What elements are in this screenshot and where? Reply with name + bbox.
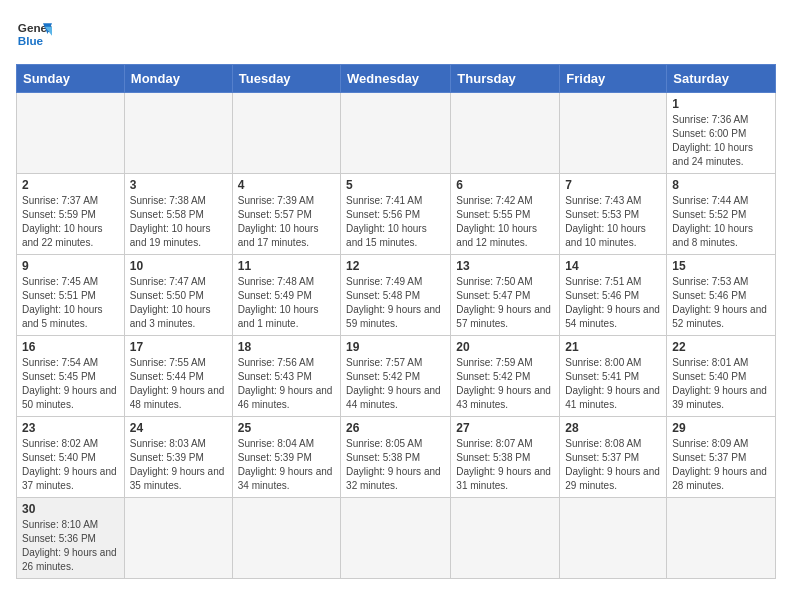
day-number: 30 <box>22 502 119 516</box>
day-info: Sunrise: 8:05 AM Sunset: 5:38 PM Dayligh… <box>346 437 445 493</box>
day-number: 4 <box>238 178 335 192</box>
calendar-cell: 27Sunrise: 8:07 AM Sunset: 5:38 PM Dayli… <box>451 417 560 498</box>
day-header-sunday: Sunday <box>17 65 125 93</box>
day-info: Sunrise: 7:57 AM Sunset: 5:42 PM Dayligh… <box>346 356 445 412</box>
day-number: 6 <box>456 178 554 192</box>
day-number: 26 <box>346 421 445 435</box>
calendar-cell <box>451 93 560 174</box>
day-number: 28 <box>565 421 661 435</box>
day-number: 9 <box>22 259 119 273</box>
calendar-cell <box>451 498 560 579</box>
day-number: 8 <box>672 178 770 192</box>
day-number: 17 <box>130 340 227 354</box>
day-number: 25 <box>238 421 335 435</box>
calendar-cell: 26Sunrise: 8:05 AM Sunset: 5:38 PM Dayli… <box>341 417 451 498</box>
week-row-1: 2Sunrise: 7:37 AM Sunset: 5:59 PM Daylig… <box>17 174 776 255</box>
day-info: Sunrise: 7:43 AM Sunset: 5:53 PM Dayligh… <box>565 194 661 250</box>
day-info: Sunrise: 7:39 AM Sunset: 5:57 PM Dayligh… <box>238 194 335 250</box>
day-number: 24 <box>130 421 227 435</box>
day-info: Sunrise: 7:41 AM Sunset: 5:56 PM Dayligh… <box>346 194 445 250</box>
day-info: Sunrise: 7:36 AM Sunset: 6:00 PM Dayligh… <box>672 113 770 169</box>
day-number: 5 <box>346 178 445 192</box>
calendar-cell <box>232 498 340 579</box>
day-number: 22 <box>672 340 770 354</box>
day-info: Sunrise: 8:01 AM Sunset: 5:40 PM Dayligh… <box>672 356 770 412</box>
day-info: Sunrise: 8:09 AM Sunset: 5:37 PM Dayligh… <box>672 437 770 493</box>
calendar-cell <box>560 498 667 579</box>
day-info: Sunrise: 7:48 AM Sunset: 5:49 PM Dayligh… <box>238 275 335 331</box>
calendar-cell <box>17 93 125 174</box>
calendar-cell: 22Sunrise: 8:01 AM Sunset: 5:40 PM Dayli… <box>667 336 776 417</box>
calendar-cell <box>124 93 232 174</box>
day-info: Sunrise: 8:04 AM Sunset: 5:39 PM Dayligh… <box>238 437 335 493</box>
logo: General Blue <box>16 16 52 52</box>
day-number: 10 <box>130 259 227 273</box>
calendar-cell: 19Sunrise: 7:57 AM Sunset: 5:42 PM Dayli… <box>341 336 451 417</box>
calendar-cell: 3Sunrise: 7:38 AM Sunset: 5:58 PM Daylig… <box>124 174 232 255</box>
calendar-cell: 5Sunrise: 7:41 AM Sunset: 5:56 PM Daylig… <box>341 174 451 255</box>
day-number: 3 <box>130 178 227 192</box>
week-row-0: 1Sunrise: 7:36 AM Sunset: 6:00 PM Daylig… <box>17 93 776 174</box>
day-number: 1 <box>672 97 770 111</box>
day-number: 13 <box>456 259 554 273</box>
day-header-thursday: Thursday <box>451 65 560 93</box>
calendar-header-row: SundayMondayTuesdayWednesdayThursdayFrid… <box>17 65 776 93</box>
calendar-cell: 15Sunrise: 7:53 AM Sunset: 5:46 PM Dayli… <box>667 255 776 336</box>
calendar-table: SundayMondayTuesdayWednesdayThursdayFrid… <box>16 64 776 579</box>
day-header-saturday: Saturday <box>667 65 776 93</box>
calendar-cell: 6Sunrise: 7:42 AM Sunset: 5:55 PM Daylig… <box>451 174 560 255</box>
page-header: General Blue <box>16 16 776 52</box>
calendar-cell: 12Sunrise: 7:49 AM Sunset: 5:48 PM Dayli… <box>341 255 451 336</box>
day-info: Sunrise: 7:49 AM Sunset: 5:48 PM Dayligh… <box>346 275 445 331</box>
calendar-cell: 13Sunrise: 7:50 AM Sunset: 5:47 PM Dayli… <box>451 255 560 336</box>
calendar-cell <box>560 93 667 174</box>
week-row-5: 30Sunrise: 8:10 AM Sunset: 5:36 PM Dayli… <box>17 498 776 579</box>
day-number: 2 <box>22 178 119 192</box>
day-info: Sunrise: 7:37 AM Sunset: 5:59 PM Dayligh… <box>22 194 119 250</box>
day-info: Sunrise: 8:02 AM Sunset: 5:40 PM Dayligh… <box>22 437 119 493</box>
calendar-cell: 7Sunrise: 7:43 AM Sunset: 5:53 PM Daylig… <box>560 174 667 255</box>
day-info: Sunrise: 7:55 AM Sunset: 5:44 PM Dayligh… <box>130 356 227 412</box>
calendar-cell: 29Sunrise: 8:09 AM Sunset: 5:37 PM Dayli… <box>667 417 776 498</box>
day-info: Sunrise: 7:54 AM Sunset: 5:45 PM Dayligh… <box>22 356 119 412</box>
calendar-cell: 8Sunrise: 7:44 AM Sunset: 5:52 PM Daylig… <box>667 174 776 255</box>
calendar-cell: 2Sunrise: 7:37 AM Sunset: 5:59 PM Daylig… <box>17 174 125 255</box>
calendar-cell: 30Sunrise: 8:10 AM Sunset: 5:36 PM Dayli… <box>17 498 125 579</box>
day-number: 15 <box>672 259 770 273</box>
calendar-cell: 14Sunrise: 7:51 AM Sunset: 5:46 PM Dayli… <box>560 255 667 336</box>
day-info: Sunrise: 8:08 AM Sunset: 5:37 PM Dayligh… <box>565 437 661 493</box>
day-number: 16 <box>22 340 119 354</box>
day-header-wednesday: Wednesday <box>341 65 451 93</box>
day-number: 12 <box>346 259 445 273</box>
day-number: 21 <box>565 340 661 354</box>
week-row-2: 9Sunrise: 7:45 AM Sunset: 5:51 PM Daylig… <box>17 255 776 336</box>
calendar-cell: 18Sunrise: 7:56 AM Sunset: 5:43 PM Dayli… <box>232 336 340 417</box>
day-number: 29 <box>672 421 770 435</box>
week-row-3: 16Sunrise: 7:54 AM Sunset: 5:45 PM Dayli… <box>17 336 776 417</box>
day-number: 19 <box>346 340 445 354</box>
calendar-cell: 20Sunrise: 7:59 AM Sunset: 5:42 PM Dayli… <box>451 336 560 417</box>
calendar-cell <box>124 498 232 579</box>
day-info: Sunrise: 8:03 AM Sunset: 5:39 PM Dayligh… <box>130 437 227 493</box>
calendar-cell: 23Sunrise: 8:02 AM Sunset: 5:40 PM Dayli… <box>17 417 125 498</box>
day-info: Sunrise: 7:51 AM Sunset: 5:46 PM Dayligh… <box>565 275 661 331</box>
calendar-cell: 16Sunrise: 7:54 AM Sunset: 5:45 PM Dayli… <box>17 336 125 417</box>
calendar-cell: 25Sunrise: 8:04 AM Sunset: 5:39 PM Dayli… <box>232 417 340 498</box>
calendar-cell: 9Sunrise: 7:45 AM Sunset: 5:51 PM Daylig… <box>17 255 125 336</box>
day-info: Sunrise: 7:42 AM Sunset: 5:55 PM Dayligh… <box>456 194 554 250</box>
svg-text:Blue: Blue <box>18 34 44 47</box>
day-info: Sunrise: 8:07 AM Sunset: 5:38 PM Dayligh… <box>456 437 554 493</box>
week-row-4: 23Sunrise: 8:02 AM Sunset: 5:40 PM Dayli… <box>17 417 776 498</box>
day-number: 7 <box>565 178 661 192</box>
day-info: Sunrise: 7:50 AM Sunset: 5:47 PM Dayligh… <box>456 275 554 331</box>
calendar-cell: 24Sunrise: 8:03 AM Sunset: 5:39 PM Dayli… <box>124 417 232 498</box>
day-info: Sunrise: 7:38 AM Sunset: 5:58 PM Dayligh… <box>130 194 227 250</box>
calendar-cell: 17Sunrise: 7:55 AM Sunset: 5:44 PM Dayli… <box>124 336 232 417</box>
day-info: Sunrise: 7:44 AM Sunset: 5:52 PM Dayligh… <box>672 194 770 250</box>
day-number: 18 <box>238 340 335 354</box>
calendar-cell: 1Sunrise: 7:36 AM Sunset: 6:00 PM Daylig… <box>667 93 776 174</box>
day-info: Sunrise: 8:10 AM Sunset: 5:36 PM Dayligh… <box>22 518 119 574</box>
day-header-monday: Monday <box>124 65 232 93</box>
calendar-cell <box>341 93 451 174</box>
day-info: Sunrise: 7:53 AM Sunset: 5:46 PM Dayligh… <box>672 275 770 331</box>
